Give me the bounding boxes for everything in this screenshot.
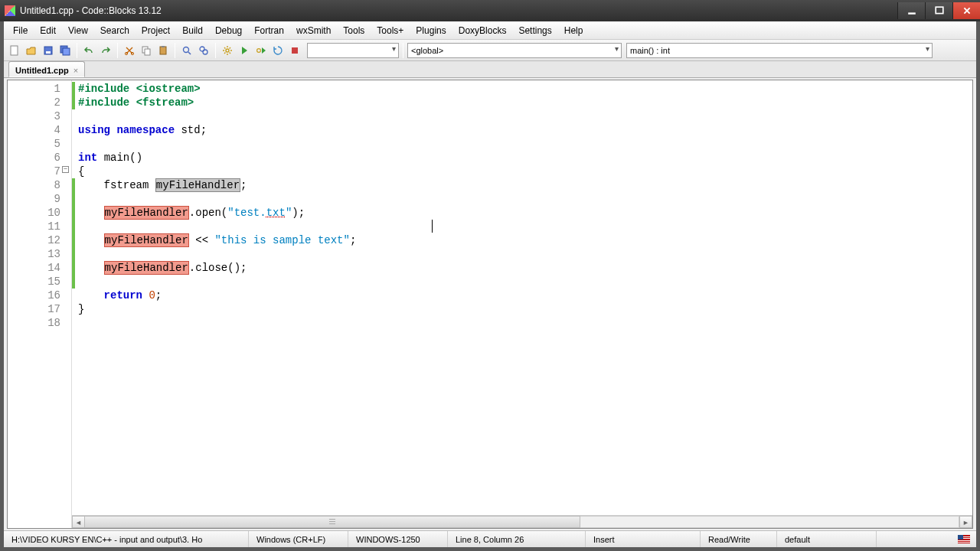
separator bbox=[403, 43, 403, 58]
find-button[interactable] bbox=[179, 43, 194, 58]
language-flag-icon[interactable] bbox=[958, 535, 970, 543]
svg-point-17 bbox=[257, 48, 261, 52]
build-run-button[interactable] bbox=[253, 43, 269, 58]
code-line bbox=[72, 109, 972, 123]
app-icon bbox=[5, 5, 15, 16]
save-all-button[interactable] bbox=[57, 43, 73, 58]
scope-combo[interactable]: <global> bbox=[407, 43, 622, 58]
status-insert-mode: Insert bbox=[586, 531, 701, 547]
cut-button[interactable] bbox=[122, 43, 137, 58]
menu-file[interactable]: File bbox=[7, 22, 34, 39]
scroll-thumb[interactable] bbox=[85, 516, 580, 528]
status-eol: Windows (CR+LF) bbox=[249, 531, 348, 547]
svg-point-15 bbox=[203, 50, 207, 54]
separator bbox=[77, 43, 77, 58]
text-cursor bbox=[432, 220, 433, 233]
save-button[interactable] bbox=[41, 43, 56, 58]
code-line bbox=[72, 247, 972, 261]
copy-button[interactable] bbox=[139, 43, 154, 58]
svg-rect-1 bbox=[936, 7, 943, 13]
svg-point-13 bbox=[184, 47, 189, 52]
abort-button[interactable] bbox=[287, 43, 302, 58]
run-icon bbox=[239, 45, 250, 56]
minimize-icon bbox=[907, 6, 916, 15]
save-all-icon bbox=[60, 45, 70, 56]
status-position: Line 8, Column 26 bbox=[448, 531, 586, 547]
gear-icon bbox=[222, 45, 233, 56]
menu-tools[interactable]: Tools bbox=[337, 22, 371, 39]
cut-icon bbox=[124, 45, 135, 56]
maximize-icon bbox=[935, 6, 944, 15]
code-line: using namespace std; bbox=[72, 123, 972, 137]
svg-rect-11 bbox=[160, 47, 166, 54]
code-line: int main() bbox=[72, 151, 972, 165]
window-title: Untitled1.cpp - Code::Blocks 13.12 bbox=[20, 5, 162, 16]
menu-help[interactable]: Help bbox=[558, 22, 590, 39]
tab-close-icon[interactable]: × bbox=[74, 66, 78, 75]
target-combo[interactable] bbox=[307, 43, 399, 58]
open-icon bbox=[26, 45, 37, 56]
rebuild-button[interactable] bbox=[270, 43, 286, 58]
redo-button[interactable] bbox=[98, 43, 113, 58]
tab-label: Untitled1.cpp bbox=[15, 66, 69, 75]
code-line: { bbox=[72, 165, 972, 178]
main-frame: File Edit View Search Project Build Debu… bbox=[0, 21, 980, 551]
titlebar: Untitled1.cpp - Code::Blocks 13.12 bbox=[0, 0, 980, 21]
symbol-combo[interactable]: main() : int bbox=[626, 43, 933, 58]
undo-button[interactable] bbox=[81, 43, 96, 58]
menu-project[interactable]: Project bbox=[136, 22, 176, 39]
menu-settings[interactable]: Settings bbox=[512, 22, 557, 39]
menubar[interactable]: File Edit View Search Project Build Debu… bbox=[4, 21, 976, 40]
code-line: fstream myFileHandler; bbox=[72, 178, 972, 192]
menu-doxy[interactable]: DoxyBlocks bbox=[452, 22, 513, 39]
code-line bbox=[72, 220, 972, 233]
document-tab[interactable]: Untitled1.cpp × bbox=[8, 61, 85, 77]
abort-icon bbox=[289, 45, 300, 56]
code-area[interactable]: #include <iostream> #include <fstream> u… bbox=[72, 80, 972, 528]
menu-build[interactable]: Build bbox=[176, 22, 209, 39]
separator bbox=[215, 43, 216, 58]
code-line: myFileHandler << "this is sample text"; bbox=[72, 233, 972, 247]
status-filepath: H:\VIDEO KURSY EN\C++ - input and output… bbox=[4, 531, 249, 547]
menu-view[interactable]: View bbox=[62, 22, 94, 39]
replace-button[interactable] bbox=[196, 43, 211, 58]
svg-rect-4 bbox=[46, 51, 51, 54]
document-tabs: Untitled1.cpp × bbox=[4, 61, 976, 78]
code-line bbox=[72, 275, 972, 289]
scroll-track[interactable] bbox=[580, 516, 959, 528]
code-line: return 0; bbox=[72, 289, 972, 302]
rebuild-icon bbox=[273, 45, 283, 56]
menu-wxsmith[interactable]: wxSmith bbox=[290, 22, 337, 39]
open-button[interactable] bbox=[24, 43, 39, 58]
horizontal-scrollbar[interactable]: ◂ ▸ bbox=[72, 515, 972, 528]
scroll-left-arrow[interactable]: ◂ bbox=[72, 516, 85, 528]
menu-fortran[interactable]: Fortran bbox=[248, 22, 290, 39]
menu-debug[interactable]: Debug bbox=[209, 22, 248, 39]
menu-edit[interactable]: Edit bbox=[34, 22, 62, 39]
new-file-icon bbox=[9, 45, 20, 56]
code-line: myFileHandler.open("test.txt"); bbox=[72, 206, 972, 220]
fold-toggle[interactable]: − bbox=[62, 166, 69, 173]
undo-icon bbox=[83, 45, 94, 56]
minimize-button[interactable] bbox=[897, 2, 925, 19]
code-line: myFileHandler.close(); bbox=[72, 261, 972, 275]
paste-button[interactable] bbox=[155, 43, 171, 58]
menu-plugins[interactable]: Plugins bbox=[410, 22, 452, 39]
menu-toolsp[interactable]: Tools+ bbox=[371, 22, 410, 39]
close-button[interactable] bbox=[952, 2, 980, 19]
new-file-button[interactable] bbox=[7, 43, 22, 58]
svg-point-16 bbox=[226, 49, 229, 52]
separator bbox=[117, 43, 118, 58]
maximize-button[interactable] bbox=[925, 2, 952, 19]
code-line bbox=[72, 316, 972, 330]
scroll-right-arrow[interactable]: ▸ bbox=[959, 516, 972, 528]
menu-search[interactable]: Search bbox=[94, 22, 136, 39]
editor[interactable]: 1 2 3 4 5 6 7 8 9 10 11 12 13 14 15 16 1… bbox=[7, 80, 973, 529]
svg-rect-10 bbox=[145, 49, 150, 55]
build-button[interactable] bbox=[220, 43, 235, 58]
code-line: #include <fstream> bbox=[72, 96, 972, 109]
statusbar: H:\VIDEO KURSY EN\C++ - input and output… bbox=[4, 530, 976, 547]
build-run-icon bbox=[256, 45, 266, 56]
run-button[interactable] bbox=[237, 43, 252, 58]
status-profile: default bbox=[777, 531, 877, 547]
